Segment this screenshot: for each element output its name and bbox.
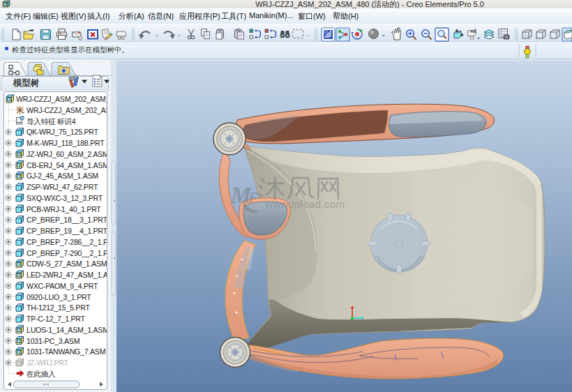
svg-text:0920-LUO_3_1.PRT: 0920-LUO_3_1.PRT — [27, 293, 91, 301]
svg-text:CP_BREP_7-290__2_1.PRT: CP_BREP_7-290__2_1.PRT — [27, 249, 107, 257]
svg-text:www.mfcad.com: www.mfcad.com — [264, 198, 345, 210]
svg-text:WXC-PAOM_9_4.PRT: WXC-PAOM_9_4.PRT — [27, 282, 98, 290]
svg-text:1031-PC_3.ASM: 1031-PC_3.ASM — [27, 337, 80, 345]
svg-text:TP-C-12_7_1.PRT: TP-C-12_7_1.PRT — [27, 315, 86, 323]
svg-text:CP_BREP_19__4_1.PRT: CP_BREP_19__4_1.PRT — [27, 227, 107, 235]
svg-text:在此插入: 在此插入 — [26, 370, 56, 378]
svg-text:JZ-WRJ_60_ASM_2.ASM: JZ-WRJ_60_ASM_2.ASM — [27, 150, 107, 158]
svg-text:WRJ-CZZJ_ASM_202_ASM: WRJ-CZZJ_ASM_202_ASM — [27, 106, 107, 114]
svg-text:SXQ-WXC-3_12_3.PRT: SXQ-WXC-3_12_3.PRT — [27, 194, 103, 202]
svg-text:LUOS-1_14_ASM_1.ASM: LUOS-1_14_ASM_1.ASM — [27, 326, 107, 334]
svg-text:CB-ERJ_54_ASM_1.ASM: CB-ERJ_54_ASM_1.ASM — [27, 161, 107, 169]
svg-text:QK-WRJ_75_125.PRT: QK-WRJ_75_125.PRT — [27, 128, 98, 136]
svg-text:GJ-2_45_ASM_1.ASM: GJ-2_45_ASM_1.ASM — [27, 172, 98, 180]
svg-text:CDW-S_27_ASM_1.ASM: CDW-S_27_ASM_1.ASM — [27, 259, 107, 268]
svg-text:F: F — [248, 189, 258, 206]
svg-text:LED-2WRJ_47_ASM_1.ASM: LED-2WRJ_47_ASM_1.ASM — [27, 271, 107, 279]
svg-text:ZSP-WRJ_47_62.PRT: ZSP-WRJ_47_62.PRT — [27, 183, 98, 191]
svg-text:CP_BREP_18__3_1.PRT: CP_BREP_18__3_1.PRT — [27, 216, 107, 224]
svg-text:WRJ-CZZJ_ASM_202_ASM_48: WRJ-CZZJ_ASM_202_ASM_48 — [16, 95, 107, 103]
svg-text:导入特征 标识4: 导入特征 标识4 — [27, 117, 76, 126]
svg-text:JZ-WRJ.PRT: JZ-WRJ.PRT — [27, 359, 68, 367]
svg-text:M-K-WRJ_118_188.PRT: M-K-WRJ_118_188.PRT — [27, 139, 105, 147]
svg-text:PCB-WRJ-1_40_1.PRT: PCB-WRJ-1_40_1.PRT — [27, 205, 101, 213]
svg-text:1031-TANWANG_7.ASM: 1031-TANWANG_7.ASM — [27, 347, 105, 356]
svg-text:CP_BREP_7-286__2_1.PRT: CP_BREP_7-286__2_1.PRT — [27, 238, 107, 246]
svg-text:TH-1212_15_5.PRT: TH-1212_15_5.PRT — [27, 303, 90, 312]
svg-text:AB: AB — [470, 29, 476, 33]
